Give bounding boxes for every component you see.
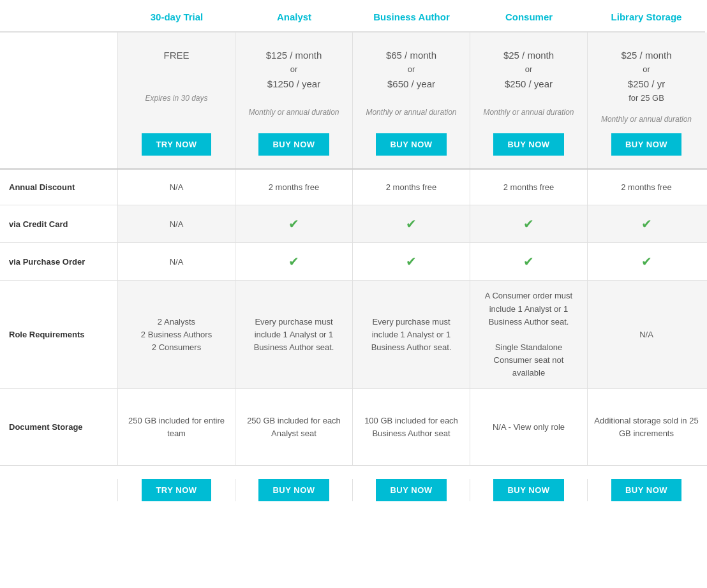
credit-card-library: ✔: [588, 205, 705, 242]
annual-discount-bizauthor: 2 months free: [353, 170, 470, 205]
check-icon-po-analyst: ✔: [288, 252, 299, 271]
buy-now-analyst-top[interactable]: BUY NOW: [258, 133, 329, 156]
credit-card-trial: N/A: [118, 205, 235, 242]
price-consumer-sub: Monthly or annual duration: [483, 107, 574, 118]
header-empty: [0, 0, 118, 33]
row-annual-discount: Annual Discount N/A 2 months free 2 mont…: [0, 170, 707, 205]
buy-now-consumer-top[interactable]: BUY NOW: [493, 133, 563, 156]
check-icon-credit-library: ✔: [641, 214, 652, 233]
doc-storage-analyst: 250 GB included for each Analyst seat: [235, 389, 353, 465]
price-cell-analyst: $125 / month or $1250 / year Monthly or …: [235, 33, 353, 168]
credit-card-analyst: ✔: [235, 205, 353, 242]
price-analyst-sub: Monthly or annual duration: [248, 107, 339, 118]
doc-storage-bizauthor: 100 GB included for each Business Author…: [353, 389, 470, 465]
price-cell-trial: FREE Expires in 30 days TRY NOW: [118, 33, 235, 168]
price-cell-consumer: $25 / month or $250 / year Monthly or an…: [470, 33, 588, 168]
label-document-storage: Document Storage: [0, 389, 118, 465]
price-cell-library: $25 / month or $250 / yr for 25 GB Month…: [588, 33, 705, 168]
bottom-btn-analyst: BUY NOW: [235, 479, 353, 501]
label-credit-card: via Credit Card: [0, 205, 118, 242]
header-col2: Analyst: [235, 0, 353, 33]
bottom-empty: [0, 479, 118, 501]
price-trial-main: FREE: [163, 48, 189, 63]
bottom-btn-trial: TRY NOW: [118, 479, 235, 501]
annual-discount-trial: N/A: [118, 170, 235, 205]
pricing-table: 30-day Trial Analyst Business Author Con…: [0, 0, 707, 588]
check-icon-credit-consumer: ✔: [523, 214, 534, 233]
price-bizauthor-main: $65 / month or $650 / year: [386, 48, 436, 92]
check-icon-po-library: ✔: [641, 252, 652, 271]
credit-card-consumer: ✔: [470, 205, 588, 242]
try-now-button-top[interactable]: TRY NOW: [142, 133, 211, 156]
row-role-requirements: Role Requirements 2 Analysts 2 Business …: [0, 281, 707, 389]
check-icon-credit-bizauthor: ✔: [406, 214, 417, 233]
label-annual-discount: Annual Discount: [0, 170, 118, 205]
row-document-storage: Document Storage 250 GB included for ent…: [0, 389, 707, 466]
buy-now-consumer-bottom[interactable]: BUY NOW: [493, 479, 563, 501]
label-role-requirements: Role Requirements: [0, 281, 118, 388]
bottom-buttons-row: TRY NOW BUY NOW BUY NOW BUY NOW BUY NOW: [0, 466, 707, 514]
header-col5: Library Storage: [588, 0, 705, 33]
check-icon-credit-analyst: ✔: [288, 214, 299, 233]
role-req-consumer: A Consumer order must include 1 Analyst …: [470, 281, 588, 388]
price-bizauthor-sub: Monthly or annual duration: [366, 107, 456, 118]
header-row: 30-day Trial Analyst Business Author Con…: [0, 0, 707, 33]
annual-discount-consumer: 2 months free: [470, 170, 588, 205]
purchase-order-bizauthor: ✔: [353, 243, 470, 280]
role-req-library: N/A: [588, 281, 705, 388]
price-label-empty: [0, 33, 118, 168]
doc-storage-trial: 250 GB included for entire team: [118, 389, 235, 465]
price-trial-sub: Expires in 30 days: [145, 93, 207, 104]
buy-now-library-top[interactable]: BUY NOW: [611, 133, 681, 156]
check-icon-po-bizauthor: ✔: [406, 252, 417, 271]
purchase-order-analyst: ✔: [235, 243, 353, 280]
header-col3: Business Author: [353, 0, 470, 33]
doc-storage-library: Additional storage sold in 25 GB increme…: [588, 389, 705, 465]
role-req-bizauthor: Every purchase must include 1 Analyst or…: [353, 281, 470, 388]
annual-discount-analyst: 2 months free: [235, 170, 353, 205]
header-col1: 30-day Trial: [118, 0, 235, 33]
label-purchase-order: via Purchase Order: [0, 243, 118, 280]
doc-storage-consumer: N/A - View only role: [470, 389, 588, 465]
purchase-order-trial: N/A: [118, 243, 235, 280]
price-section: FREE Expires in 30 days TRY NOW $125 / m…: [0, 33, 707, 170]
buy-now-bizauthor-top[interactable]: BUY NOW: [376, 133, 446, 156]
credit-card-bizauthor: ✔: [353, 205, 470, 242]
bottom-btn-library: BUY NOW: [588, 479, 705, 501]
price-library-main: $25 / month or $250 / yr for 25 GB: [621, 48, 671, 105]
buy-now-library-bottom[interactable]: BUY NOW: [611, 479, 681, 501]
purchase-order-library: ✔: [588, 243, 705, 280]
role-req-trial: 2 Analysts 2 Business Authors 2 Consumer…: [118, 281, 235, 388]
price-analyst-main: $125 / month or $1250 / year: [266, 48, 322, 92]
header-col4: Consumer: [470, 0, 588, 33]
buy-now-analyst-bottom[interactable]: BUY NOW: [258, 479, 329, 501]
buy-now-bizauthor-bottom[interactable]: BUY NOW: [376, 479, 446, 501]
price-consumer-main: $25 / month or $250 / year: [503, 48, 554, 92]
bottom-btn-consumer: BUY NOW: [470, 479, 588, 501]
row-credit-card: via Credit Card N/A ✔ ✔ ✔ ✔: [0, 205, 707, 243]
price-cell-bizauthor: $65 / month or $650 / year Monthly or an…: [353, 33, 470, 168]
check-icon-po-consumer: ✔: [523, 252, 534, 271]
purchase-order-consumer: ✔: [470, 243, 588, 280]
row-purchase-order: via Purchase Order N/A ✔ ✔ ✔ ✔: [0, 243, 707, 281]
try-now-button-bottom[interactable]: TRY NOW: [142, 479, 211, 501]
role-req-analyst: Every purchase must include 1 Analyst or…: [235, 281, 353, 388]
price-library-sub: Monthly or annual duration: [601, 114, 692, 125]
bottom-btn-bizauthor: BUY NOW: [353, 479, 470, 501]
annual-discount-library: 2 months free: [588, 170, 705, 205]
